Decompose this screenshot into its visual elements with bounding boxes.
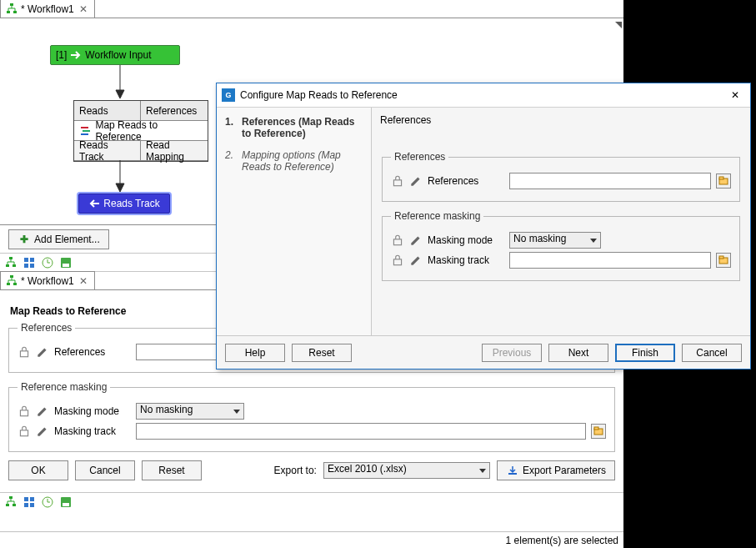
port-read-mapping[interactable]: Read Mapping — [141, 141, 208, 161]
cancel-button[interactable]: Cancel — [75, 460, 135, 480]
svg-rect-17 — [63, 264, 69, 267]
view-toolbar-bottom — [0, 492, 623, 510]
view-save-icon[interactable] — [58, 495, 73, 510]
svg-rect-34 — [24, 503, 28, 507]
masking-mode-label: Masking mode — [54, 405, 131, 417]
dlg-cancel-button[interactable]: Cancel — [682, 344, 742, 362]
view-save-icon[interactable] — [58, 255, 73, 270]
view-grid-icon[interactable] — [22, 495, 37, 510]
view-history-icon[interactable] — [40, 495, 55, 510]
next-button[interactable]: Next — [548, 344, 608, 362]
tabstrip: * Workflow1 ✕ — [0, 0, 623, 18]
node-map-reads[interactable]: Reads References Map Reads to Reference … — [73, 100, 208, 162]
node-input-label: Workflow Input — [85, 49, 151, 61]
dlg-mask-mode-select[interactable]: No masking — [509, 232, 601, 249]
ok-button[interactable]: OK — [8, 460, 68, 480]
references-legend: References — [18, 322, 75, 334]
svg-rect-30 — [6, 504, 9, 506]
lock-icon[interactable] — [18, 425, 31, 438]
svg-rect-9 — [6, 264, 9, 267]
step-2[interactable]: 2. Mapping options (Map Reads to Referen… — [225, 149, 363, 173]
plus-icon: ✚ — [18, 233, 31, 246]
reset-button[interactable]: Reset — [142, 460, 202, 480]
view-history-icon[interactable] — [40, 255, 55, 270]
tab-workflow[interactable]: * Workflow1 ✕ — [0, 0, 95, 18]
masking-track-input[interactable] — [136, 423, 586, 440]
workflow-icon — [6, 275, 18, 287]
align-icon — [79, 124, 92, 138]
dlg-mask-track-input[interactable] — [509, 252, 711, 269]
previous-button[interactable]: Previous — [482, 344, 542, 362]
node-reads-track-output[interactable]: Reads Track — [78, 194, 170, 214]
port-reads-track[interactable]: Reads Track — [74, 141, 141, 161]
pencil-icon[interactable] — [36, 345, 49, 359]
add-element-button[interactable]: ✚ Add Element... — [8, 229, 109, 249]
lock-icon[interactable] — [391, 254, 404, 267]
pencil-icon[interactable] — [409, 174, 423, 188]
help-button[interactable]: Help — [225, 344, 285, 362]
svg-rect-33 — [30, 497, 34, 501]
export-format-select[interactable]: Excel 2010 (.xlsx) — [323, 462, 490, 479]
view-tree-icon[interactable] — [3, 255, 18, 270]
status-text: 1 element(s) are selected — [506, 535, 618, 546]
status-bar: 1 element(s) are selected — [0, 531, 623, 548]
browse-icon[interactable] — [716, 253, 731, 268]
dlg-mask-track-label: Masking track — [428, 254, 504, 266]
tab-close-icon[interactable]: ✕ — [78, 272, 89, 290]
finish-button[interactable]: Finish — [615, 344, 675, 362]
lock-icon[interactable] — [18, 345, 31, 359]
panel-button-row: OK Cancel Reset Export to: Excel 2010 (.… — [8, 460, 615, 480]
browse-icon[interactable] — [716, 173, 731, 189]
view-grid-icon[interactable] — [22, 255, 37, 270]
lock-icon[interactable] — [391, 174, 404, 188]
browse-icon[interactable] — [591, 424, 606, 439]
svg-rect-14 — [30, 264, 34, 268]
svg-rect-4 — [83, 130, 90, 132]
arrow-left-icon — [88, 198, 100, 209]
port-reads[interactable]: Reads — [74, 101, 141, 121]
pencil-icon[interactable] — [409, 234, 423, 247]
scroll-corner-icon[interactable] — [615, 22, 622, 28]
export-to-label: Export to: — [274, 465, 317, 476]
node-workflow-input[interactable]: [1] Workflow Input — [50, 45, 180, 65]
dlg-ref-legend: References — [391, 151, 448, 163]
svg-rect-35 — [30, 503, 34, 507]
svg-rect-25 — [20, 430, 28, 436]
lock-icon[interactable] — [391, 234, 404, 247]
masking-mode-select[interactable]: No masking — [136, 403, 244, 420]
references-label: References — [54, 346, 131, 358]
pencil-icon[interactable] — [36, 425, 49, 438]
dlg-reset-button[interactable]: Reset — [292, 344, 352, 362]
svg-rect-21 — [20, 351, 28, 357]
dlg-ref-label: References — [428, 175, 504, 187]
svg-rect-5 — [81, 133, 88, 135]
svg-rect-19 — [7, 283, 10, 285]
svg-rect-13 — [24, 264, 28, 268]
svg-rect-18 — [10, 275, 13, 278]
view-tree-icon[interactable] — [3, 495, 18, 510]
export-parameters-button[interactable]: Export Parameters — [497, 460, 615, 480]
dlg-references-input[interactable] — [509, 173, 711, 189]
tab-close-icon[interactable]: ✕ — [78, 0, 89, 18]
svg-rect-32 — [24, 497, 28, 501]
svg-rect-10 — [13, 264, 16, 267]
dialog-buttons: Help Reset Previous Next Finish Cancel — [217, 335, 750, 369]
app-icon: G — [222, 88, 235, 102]
svg-rect-43 — [393, 259, 401, 265]
svg-rect-42 — [393, 239, 401, 245]
svg-rect-1 — [7, 11, 10, 13]
wizard-steps: 1. References (Map Reads to Reference) 2… — [217, 108, 372, 335]
tab-workflow-lower[interactable]: * Workflow1 ✕ — [0, 271, 95, 289]
close-icon[interactable]: ✕ — [725, 85, 745, 105]
arrow-right-icon — [70, 49, 82, 61]
dialog-titlebar[interactable]: G Configure Map Reads to Reference ✕ — [217, 83, 750, 108]
step-1[interactable]: 1. References (Map Reads to Reference) — [225, 116, 363, 139]
svg-rect-24 — [20, 410, 28, 416]
svg-rect-41 — [719, 177, 723, 179]
svg-rect-28 — [508, 473, 517, 475]
lock-icon[interactable] — [18, 405, 31, 418]
svg-rect-2 — [13, 11, 17, 13]
pencil-icon[interactable] — [36, 405, 49, 418]
port-references[interactable]: References — [141, 101, 208, 121]
pencil-icon[interactable] — [409, 254, 423, 267]
